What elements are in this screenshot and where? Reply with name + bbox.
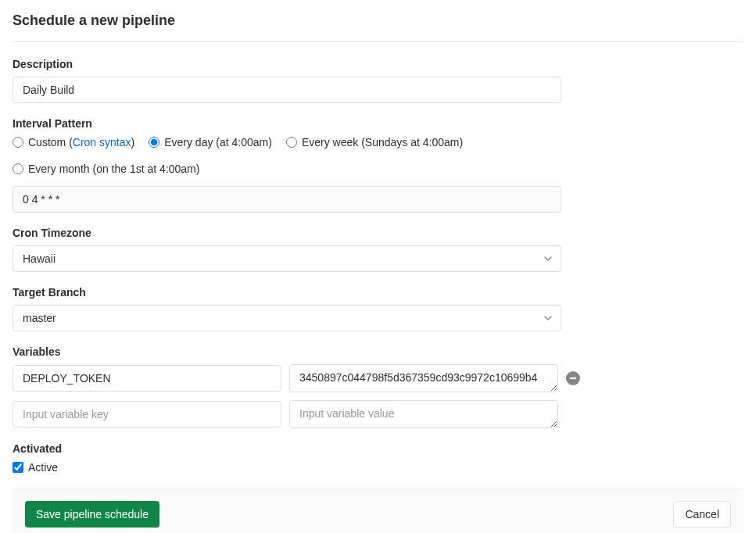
cancel-button[interactable]: Cancel [673, 501, 731, 528]
timezone-label: Cron Timezone [13, 227, 743, 239]
active-checkbox-label: Active [28, 461, 58, 474]
remove-variable-icon[interactable] [566, 371, 580, 385]
cron-syntax-link[interactable]: Cron syntax [73, 136, 131, 148]
save-button[interactable]: Save pipeline schedule [25, 501, 159, 528]
form-footer: Save pipeline schedule Cancel [13, 488, 743, 533]
description-field-group: Description [13, 58, 743, 103]
variable-value-input-empty[interactable] [289, 400, 558, 428]
radio-monthly-label: Every month (on the 1st at 4:00am) [28, 163, 199, 175]
variables-field-group: Variables 3450897c044798f5d367359cd93c99… [13, 345, 743, 428]
variable-key-input[interactable] [13, 365, 281, 392]
radio-daily-input[interactable] [149, 137, 159, 148]
page-title: Schedule a new pipeline [13, 13, 743, 29]
radio-weekly-label: Every week (Sundays at 4:00am) [302, 136, 463, 148]
activated-field-group: Activated Active [13, 442, 743, 474]
timezone-select[interactable]: Hawaii [13, 245, 561, 272]
interval-field-group: Interval Pattern Custom (Cron syntax) Ev… [13, 117, 743, 213]
activated-label: Activated [13, 442, 743, 455]
variable-key-input-empty[interactable] [13, 401, 281, 427]
interval-label: Interval Pattern [13, 117, 743, 130]
interval-radio-group: Custom (Cron syntax) Every day (at 4:00a… [13, 136, 743, 175]
branch-field-group: Target Branch master [13, 286, 743, 331]
radio-custom-label: Custom (Cron syntax) [28, 136, 134, 148]
variable-row: 3450897c044798f5d367359cd93c9972c10699b4 [13, 364, 743, 392]
branch-value: master [13, 305, 561, 331]
cron-expression-input[interactable] [13, 186, 561, 213]
radio-daily-label: Every day (at 4:00am) [164, 136, 272, 148]
timezone-field-group: Cron Timezone Hawaii [13, 227, 743, 272]
timezone-value: Hawaii [13, 245, 561, 272]
radio-monthly-input[interactable] [13, 163, 23, 174]
branch-select[interactable]: master [13, 305, 561, 331]
description-input[interactable] [13, 77, 561, 103]
radio-custom-input[interactable] [13, 137, 23, 148]
branch-label: Target Branch [13, 286, 743, 299]
radio-monthly[interactable]: Every month (on the 1st at 4:00am) [13, 163, 743, 175]
radio-weekly-input[interactable] [286, 137, 297, 148]
description-label: Description [13, 58, 743, 70]
divider [13, 41, 743, 42]
radio-daily[interactable]: Every day (at 4:00am) [149, 136, 272, 148]
variables-label: Variables [13, 345, 743, 358]
variable-value-input[interactable]: 3450897c044798f5d367359cd93c9972c10699b4 [289, 364, 558, 392]
variable-row-empty [13, 400, 743, 428]
radio-custom[interactable]: Custom (Cron syntax) [13, 136, 134, 148]
active-checkbox-row[interactable]: Active [13, 461, 743, 474]
radio-weekly[interactable]: Every week (Sundays at 4:00am) [286, 136, 463, 148]
active-checkbox[interactable] [13, 462, 23, 473]
